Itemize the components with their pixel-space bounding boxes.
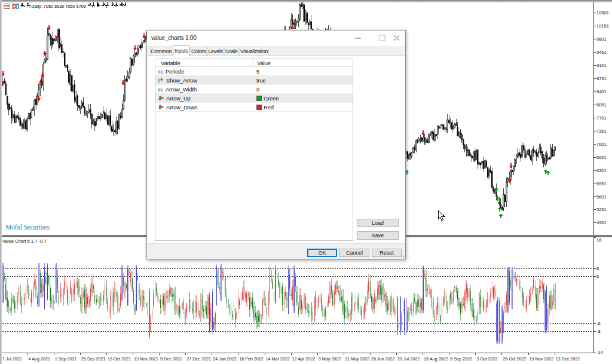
svg-text:9451: 9451 (596, 50, 607, 55)
svg-text:8: 8 (596, 266, 599, 271)
svg-text:26 Jun 2022: 26 Jun 2022 (371, 356, 395, 362)
svg-text:7 Jul 2021: 7 Jul 2021 (2, 356, 22, 362)
svg-text:24 Jan 2022: 24 Jan 2022 (213, 356, 237, 362)
svg-text:3 Oct 2022: 3 Oct 2022 (476, 356, 497, 362)
svg-text:1 Sep 2021: 1 Sep 2021 (55, 356, 77, 362)
svg-text:20 Jul 2022: 20 Jul 2022 (397, 356, 420, 362)
svg-text:16: 16 (596, 237, 601, 243)
svg-text:15 Aug 2022: 15 Aug 2022 (424, 356, 448, 362)
svg-text:7701: 7701 (596, 115, 607, 121)
svg-text:8751: 8751 (596, 76, 607, 81)
svg-text:4 Aug 2021: 4 Aug 2021 (29, 356, 50, 362)
svg-text:9 May 2022: 9 May 2022 (319, 356, 341, 362)
svg-text:10151: 10151 (596, 23, 609, 29)
svg-text:26 Oct 2022: 26 Oct 2022 (503, 356, 526, 362)
svg-text:31 May 2022: 31 May 2022 (345, 356, 370, 362)
svg-text:6 Sep 2022: 6 Sep 2022 (450, 356, 472, 362)
svg-text:13 Dec 2022: 13 Dec 2022 (556, 356, 580, 362)
svg-text:14 Mar 2022: 14 Mar 2022 (266, 356, 290, 362)
svg-text:5601: 5601 (596, 194, 607, 200)
svg-text:16 Feb 2022: 16 Feb 2022 (239, 356, 263, 362)
svg-text:7001: 7001 (596, 142, 607, 147)
svg-text:9801: 9801 (596, 36, 607, 42)
svg-text:10501: 10501 (596, 10, 609, 16)
svg-text:5951: 5951 (596, 181, 607, 186)
svg-text:7351: 7351 (596, 129, 607, 134)
svg-text:8051: 8051 (596, 102, 607, 108)
svg-text:6301: 6301 (596, 168, 607, 173)
svg-text:25 Sep 2021: 25 Sep 2021 (81, 356, 106, 362)
svg-text:27 Dec 2021: 27 Dec 2021 (186, 356, 211, 362)
svg-text:6651: 6651 (596, 155, 607, 160)
svg-text:6: 6 (596, 274, 599, 279)
svg-text:-8: -8 (596, 329, 601, 334)
svg-text:19 Oct 2021: 19 Oct 2021 (108, 356, 131, 362)
svg-text:-6: -6 (596, 321, 601, 326)
svg-text:4901: 4901 (596, 220, 607, 225)
svg-text:12 Apr 2022: 12 Apr 2022 (292, 356, 316, 362)
svg-text:-14: -14 (596, 350, 603, 355)
svg-text:5251: 5251 (596, 207, 607, 212)
svg-text:, Daily: 7050 6630 7050 6700: , Daily: 7050 6630 7050 6700 (29, 4, 86, 9)
svg-text:13 Nov 2021: 13 Nov 2021 (134, 356, 158, 362)
svg-text:19 Nov 2022: 19 Nov 2022 (530, 356, 554, 362)
svg-text:8401: 8401 (596, 89, 607, 94)
svg-text:9101: 9101 (596, 63, 607, 68)
svg-text:5 Dec 2021: 5 Dec 2021 (160, 356, 182, 362)
